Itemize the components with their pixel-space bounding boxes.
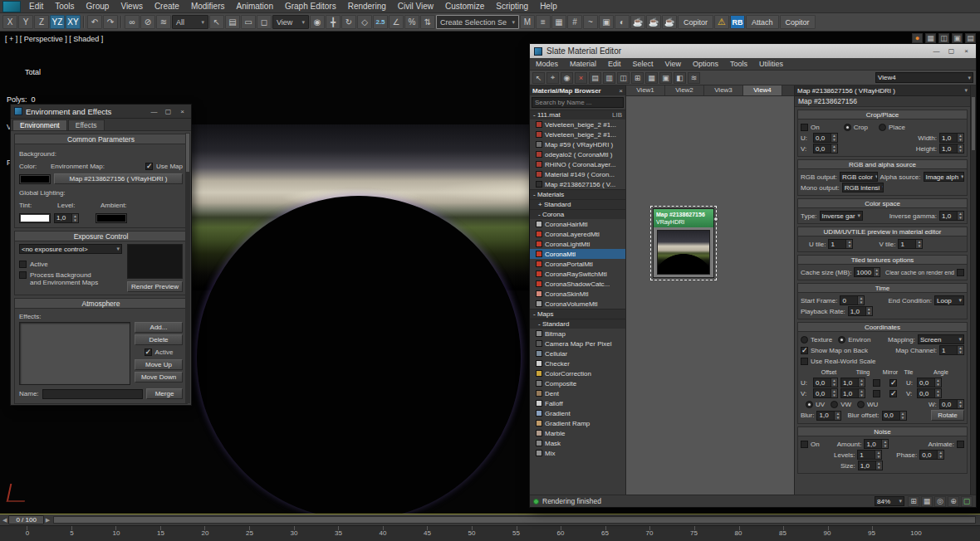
cache-size-spinner[interactable]: 1000	[854, 267, 880, 277]
spinner-arrows-icon[interactable]	[865, 307, 872, 315]
menu-item[interactable]: Rendering	[342, 1, 392, 12]
slate-title-bar[interactable]: Slate Material Editor — ▢ ×	[530, 44, 976, 58]
notification-icon[interactable]: ●	[912, 33, 923, 43]
move-down-button[interactable]: Move Down	[135, 372, 183, 383]
copitor-button[interactable]: Copitor	[780, 15, 816, 29]
common-parameters-header[interactable]: Common Parameters	[15, 134, 187, 144]
zoom-region-icon[interactable]: ◎	[934, 496, 946, 507]
layer-explorer-icon[interactable]: ▦	[551, 15, 566, 29]
exposure-active-checkbox[interactable]	[19, 261, 27, 268]
spinner-arrows-icon[interactable]	[875, 461, 882, 470]
slate-menu-item[interactable]: Edit	[602, 60, 627, 68]
align-button[interactable]: ≡	[536, 15, 551, 29]
browser-material-item[interactable]: CoronaHairMtl	[530, 219, 625, 229]
uv-radio[interactable]	[806, 401, 813, 408]
crop-v-spinner[interactable]: 0,0	[813, 144, 838, 154]
eyedropper-icon[interactable]: ◉	[561, 72, 573, 84]
browser-material-item[interactable]: RHINO ( CoronaLayer...	[530, 159, 625, 169]
color-space-type-dropdown[interactable]: Inverse gar	[820, 211, 863, 221]
reference-coordinate-system-dropdown[interactable]: View	[272, 15, 309, 29]
alpha-source-dropdown[interactable]: Image alph	[924, 172, 965, 182]
docked-toolbar-icon[interactable]: ▤	[965, 33, 976, 43]
angle-snap-toggle-icon[interactable]: ∠	[389, 15, 404, 29]
real-world-scale-checkbox[interactable]	[801, 358, 808, 365]
snaps-toggle-button[interactable]: 2.5	[373, 15, 388, 29]
atmosphere-header[interactable]: Atmosphere	[15, 299, 187, 309]
browser-material-item[interactable]: odeyalo2 ( CoronaMtl )	[530, 149, 625, 159]
move-children-icon[interactable]: ▤	[589, 72, 601, 84]
slate-menu-item[interactable]: View	[659, 60, 687, 68]
browser-map-item[interactable]: Camera Map Per Pixel	[530, 339, 625, 348]
process-background-checkbox[interactable]	[19, 271, 27, 279]
slate-menu-item[interactable]: Material	[564, 60, 602, 68]
vrayhdri-node[interactable]: Map #2138627156 VRayHDRI	[650, 206, 717, 280]
browser-map-item[interactable]: Mix	[530, 448, 625, 458]
noise-levels-spinner[interactable]: 1	[857, 450, 882, 460]
exposure-control-header[interactable]: Exposure Control	[15, 232, 187, 241]
browser-material-item[interactable]: Velveteen_beige_2 #1...	[530, 129, 625, 139]
noise-amount-spinner[interactable]: 1,0	[864, 439, 889, 449]
place-radio[interactable]	[879, 124, 886, 131]
validate-material-icon[interactable]: ≋	[688, 72, 700, 84]
node-output-socket[interactable]	[713, 217, 718, 222]
spinner-snap-toggle-icon[interactable]: ⇅	[420, 15, 435, 29]
percent-snap-toggle-icon[interactable]: %	[404, 15, 419, 29]
material-search-input[interactable]	[532, 97, 624, 108]
effect-name-input[interactable]	[42, 389, 143, 399]
spinner-arrows-icon[interactable]	[875, 451, 881, 459]
pan-tool-icon[interactable]: ⊞	[908, 496, 919, 507]
max-logo-icon[interactable]	[2, 1, 21, 12]
browser-material-item[interactable]: Velveteen_beige_2 #1...	[530, 119, 625, 129]
browser-map-item[interactable]: ColorCorrection	[530, 368, 625, 378]
browser-map-item[interactable]: Falloff	[530, 398, 625, 408]
browser-material-item[interactable]: CoronaSkinMtl	[530, 289, 625, 299]
v-tiling-spinner[interactable]: 1,0	[840, 388, 865, 398]
slate-menu-item[interactable]: Modes	[530, 60, 564, 68]
use-map-checkbox[interactable]	[145, 163, 153, 170]
pick-material-from-object-icon[interactable]: ⌖	[546, 72, 559, 84]
vw-radio[interactable]	[831, 401, 838, 408]
exposure-control-dropdown[interactable]: <no exposure control>	[19, 244, 122, 254]
lay-out-children-icon[interactable]: ⊞	[631, 72, 644, 84]
spinner-arrows-icon[interactable]	[873, 268, 880, 276]
browser-material-item[interactable]: CoronaLightMtl	[530, 239, 625, 249]
browser-map-item[interactable]: Checker	[530, 358, 625, 368]
spinner-arrows-icon[interactable]	[957, 346, 963, 354]
u-angle-spinner[interactable]: 0,0	[917, 378, 942, 387]
select-and-move-icon[interactable]: ╋	[326, 15, 341, 29]
spinner-arrows-icon[interactable]	[858, 378, 865, 387]
udim-header[interactable]: UDIM/UVTILE preview in material editor	[798, 227, 967, 236]
lay-out-all-icon[interactable]: ◫	[617, 72, 630, 84]
browser-material-item[interactable]: CoronaShadowCatc...	[530, 279, 625, 289]
menu-item[interactable]: Tools	[49, 1, 80, 12]
panel-toggle-icon[interactable]: ▣	[952, 33, 963, 43]
spinner-arrows-icon[interactable]	[71, 214, 78, 222]
browser-material-item[interactable]: CoronaVolumeMtl	[530, 299, 625, 309]
material-id-channel-icon[interactable]: ▦	[645, 72, 658, 84]
crop-on-checkbox[interactable]	[801, 124, 808, 131]
select-and-link-icon[interactable]: ∞	[125, 15, 140, 29]
clear-cache-checkbox[interactable]	[957, 269, 964, 276]
spinner-arrows-icon[interactable]	[845, 240, 852, 248]
constraint-y-button[interactable]: Y	[18, 15, 33, 29]
noise-animate-checkbox[interactable]	[957, 441, 964, 448]
merge-button[interactable]: Merge	[146, 388, 183, 399]
render-preview-button[interactable]: Render Preview	[127, 281, 183, 292]
spinner-arrows-icon[interactable]	[899, 412, 906, 420]
move-up-button[interactable]: Move Up	[135, 359, 183, 370]
slate-menu-item[interactable]: Utilities	[753, 60, 789, 68]
effect-active-checkbox[interactable]	[145, 348, 152, 356]
viewport-label[interactable]: [ + ] [ Perspective ] [ Shaded ]	[5, 35, 103, 43]
browser-material-item[interactable]: CoronaPortalMtl	[530, 259, 625, 269]
select-and-scale-icon[interactable]: ◇	[357, 15, 372, 29]
zoom-tool-icon[interactable]: ▦	[921, 496, 933, 507]
select-and-rotate-icon[interactable]: ↻	[341, 15, 356, 29]
dialog-tab[interactable]: Environment	[12, 119, 67, 130]
add-effect-button[interactable]: Add...	[135, 322, 183, 333]
minimize-button[interactable]: —	[149, 106, 159, 116]
environment-map-button[interactable]: Map #2138627156 ( VRayHDRI )	[54, 173, 183, 184]
curve-editor-icon[interactable]: ~	[583, 15, 598, 29]
time-header[interactable]: Time	[798, 284, 967, 293]
standard-materials-section[interactable]: + Standard	[530, 199, 625, 209]
next-frame-icon[interactable]: ▶	[46, 517, 50, 524]
